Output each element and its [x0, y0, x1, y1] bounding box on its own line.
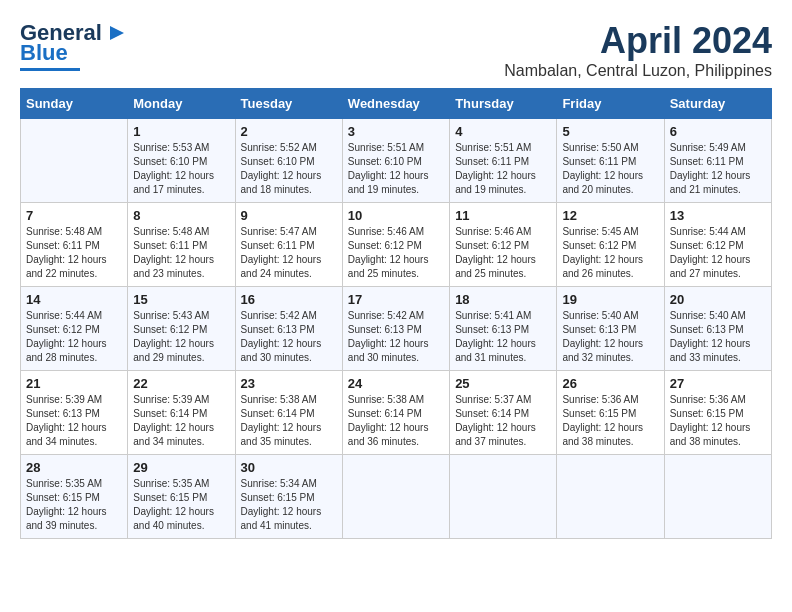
calendar-day-cell: 19Sunrise: 5:40 AM Sunset: 6:13 PM Dayli… — [557, 287, 664, 371]
day-number: 15 — [133, 292, 229, 307]
logo: General Blue — [20, 20, 128, 71]
calendar-day-cell: 3Sunrise: 5:51 AM Sunset: 6:10 PM Daylig… — [342, 119, 449, 203]
calendar-day-cell: 22Sunrise: 5:39 AM Sunset: 6:14 PM Dayli… — [128, 371, 235, 455]
day-info: Sunrise: 5:41 AM Sunset: 6:13 PM Dayligh… — [455, 309, 551, 365]
day-number: 19 — [562, 292, 658, 307]
calendar-day-cell — [342, 455, 449, 539]
day-info: Sunrise: 5:46 AM Sunset: 6:12 PM Dayligh… — [348, 225, 444, 281]
calendar-day-cell: 15Sunrise: 5:43 AM Sunset: 6:12 PM Dayli… — [128, 287, 235, 371]
logo-underline — [20, 68, 80, 71]
calendar-day-cell: 21Sunrise: 5:39 AM Sunset: 6:13 PM Dayli… — [21, 371, 128, 455]
day-info: Sunrise: 5:36 AM Sunset: 6:15 PM Dayligh… — [562, 393, 658, 449]
day-info: Sunrise: 5:43 AM Sunset: 6:12 PM Dayligh… — [133, 309, 229, 365]
day-info: Sunrise: 5:48 AM Sunset: 6:11 PM Dayligh… — [133, 225, 229, 281]
title-area: April 2024 Nambalan, Central Luzon, Phil… — [504, 20, 772, 80]
calendar-week-row: 7Sunrise: 5:48 AM Sunset: 6:11 PM Daylig… — [21, 203, 772, 287]
day-number: 20 — [670, 292, 766, 307]
calendar-day-cell — [557, 455, 664, 539]
day-info: Sunrise: 5:36 AM Sunset: 6:15 PM Dayligh… — [670, 393, 766, 449]
calendar-day-cell: 8Sunrise: 5:48 AM Sunset: 6:11 PM Daylig… — [128, 203, 235, 287]
day-number: 9 — [241, 208, 337, 223]
calendar-day-cell: 5Sunrise: 5:50 AM Sunset: 6:11 PM Daylig… — [557, 119, 664, 203]
calendar-day-cell: 17Sunrise: 5:42 AM Sunset: 6:13 PM Dayli… — [342, 287, 449, 371]
day-number: 8 — [133, 208, 229, 223]
day-number: 4 — [455, 124, 551, 139]
weekday-header-cell: Friday — [557, 89, 664, 119]
weekday-header-cell: Wednesday — [342, 89, 449, 119]
calendar-week-row: 1Sunrise: 5:53 AM Sunset: 6:10 PM Daylig… — [21, 119, 772, 203]
calendar-day-cell: 12Sunrise: 5:45 AM Sunset: 6:12 PM Dayli… — [557, 203, 664, 287]
calendar-day-cell: 23Sunrise: 5:38 AM Sunset: 6:14 PM Dayli… — [235, 371, 342, 455]
day-info: Sunrise: 5:38 AM Sunset: 6:14 PM Dayligh… — [348, 393, 444, 449]
calendar-week-row: 21Sunrise: 5:39 AM Sunset: 6:13 PM Dayli… — [21, 371, 772, 455]
calendar-body: 1Sunrise: 5:53 AM Sunset: 6:10 PM Daylig… — [21, 119, 772, 539]
calendar-day-cell: 10Sunrise: 5:46 AM Sunset: 6:12 PM Dayli… — [342, 203, 449, 287]
calendar-day-cell: 30Sunrise: 5:34 AM Sunset: 6:15 PM Dayli… — [235, 455, 342, 539]
calendar-day-cell: 13Sunrise: 5:44 AM Sunset: 6:12 PM Dayli… — [664, 203, 771, 287]
day-info: Sunrise: 5:39 AM Sunset: 6:13 PM Dayligh… — [26, 393, 122, 449]
day-info: Sunrise: 5:40 AM Sunset: 6:13 PM Dayligh… — [670, 309, 766, 365]
day-info: Sunrise: 5:37 AM Sunset: 6:14 PM Dayligh… — [455, 393, 551, 449]
day-number: 7 — [26, 208, 122, 223]
day-number: 25 — [455, 376, 551, 391]
day-info: Sunrise: 5:48 AM Sunset: 6:11 PM Dayligh… — [26, 225, 122, 281]
day-number: 18 — [455, 292, 551, 307]
location-title: Nambalan, Central Luzon, Philippines — [504, 62, 772, 80]
day-number: 12 — [562, 208, 658, 223]
day-number: 13 — [670, 208, 766, 223]
day-number: 11 — [455, 208, 551, 223]
weekday-header-cell: Sunday — [21, 89, 128, 119]
day-info: Sunrise: 5:47 AM Sunset: 6:11 PM Dayligh… — [241, 225, 337, 281]
calendar-day-cell: 1Sunrise: 5:53 AM Sunset: 6:10 PM Daylig… — [128, 119, 235, 203]
day-number: 21 — [26, 376, 122, 391]
day-number: 22 — [133, 376, 229, 391]
calendar-day-cell: 16Sunrise: 5:42 AM Sunset: 6:13 PM Dayli… — [235, 287, 342, 371]
day-info: Sunrise: 5:52 AM Sunset: 6:10 PM Dayligh… — [241, 141, 337, 197]
calendar-day-cell: 29Sunrise: 5:35 AM Sunset: 6:15 PM Dayli… — [128, 455, 235, 539]
svg-marker-0 — [110, 26, 124, 40]
day-number: 17 — [348, 292, 444, 307]
calendar-day-cell: 25Sunrise: 5:37 AM Sunset: 6:14 PM Dayli… — [450, 371, 557, 455]
logo-blue: Blue — [20, 40, 68, 66]
day-info: Sunrise: 5:44 AM Sunset: 6:12 PM Dayligh… — [670, 225, 766, 281]
month-title: April 2024 — [504, 20, 772, 62]
calendar-day-cell: 7Sunrise: 5:48 AM Sunset: 6:11 PM Daylig… — [21, 203, 128, 287]
calendar-table: SundayMondayTuesdayWednesdayThursdayFrid… — [20, 88, 772, 539]
day-info: Sunrise: 5:38 AM Sunset: 6:14 PM Dayligh… — [241, 393, 337, 449]
calendar-week-row: 28Sunrise: 5:35 AM Sunset: 6:15 PM Dayli… — [21, 455, 772, 539]
day-info: Sunrise: 5:51 AM Sunset: 6:10 PM Dayligh… — [348, 141, 444, 197]
day-info: Sunrise: 5:42 AM Sunset: 6:13 PM Dayligh… — [348, 309, 444, 365]
calendar-day-cell: 2Sunrise: 5:52 AM Sunset: 6:10 PM Daylig… — [235, 119, 342, 203]
calendar-day-cell: 18Sunrise: 5:41 AM Sunset: 6:13 PM Dayli… — [450, 287, 557, 371]
day-info: Sunrise: 5:35 AM Sunset: 6:15 PM Dayligh… — [26, 477, 122, 533]
weekday-header-cell: Monday — [128, 89, 235, 119]
day-info: Sunrise: 5:50 AM Sunset: 6:11 PM Dayligh… — [562, 141, 658, 197]
calendar-day-cell: 14Sunrise: 5:44 AM Sunset: 6:12 PM Dayli… — [21, 287, 128, 371]
weekday-header-row: SundayMondayTuesdayWednesdayThursdayFrid… — [21, 89, 772, 119]
day-number: 14 — [26, 292, 122, 307]
day-number: 30 — [241, 460, 337, 475]
calendar-day-cell — [450, 455, 557, 539]
calendar-day-cell: 24Sunrise: 5:38 AM Sunset: 6:14 PM Dayli… — [342, 371, 449, 455]
day-number: 16 — [241, 292, 337, 307]
day-info: Sunrise: 5:46 AM Sunset: 6:12 PM Dayligh… — [455, 225, 551, 281]
day-number: 5 — [562, 124, 658, 139]
calendar-day-cell: 9Sunrise: 5:47 AM Sunset: 6:11 PM Daylig… — [235, 203, 342, 287]
day-number: 24 — [348, 376, 444, 391]
day-number: 6 — [670, 124, 766, 139]
day-info: Sunrise: 5:40 AM Sunset: 6:13 PM Dayligh… — [562, 309, 658, 365]
day-number: 28 — [26, 460, 122, 475]
calendar-day-cell: 6Sunrise: 5:49 AM Sunset: 6:11 PM Daylig… — [664, 119, 771, 203]
calendar-day-cell: 20Sunrise: 5:40 AM Sunset: 6:13 PM Dayli… — [664, 287, 771, 371]
calendar-day-cell: 11Sunrise: 5:46 AM Sunset: 6:12 PM Dayli… — [450, 203, 557, 287]
day-info: Sunrise: 5:49 AM Sunset: 6:11 PM Dayligh… — [670, 141, 766, 197]
calendar-day-cell: 26Sunrise: 5:36 AM Sunset: 6:15 PM Dayli… — [557, 371, 664, 455]
day-number: 10 — [348, 208, 444, 223]
calendar-day-cell — [21, 119, 128, 203]
day-info: Sunrise: 5:45 AM Sunset: 6:12 PM Dayligh… — [562, 225, 658, 281]
day-number: 29 — [133, 460, 229, 475]
day-info: Sunrise: 5:53 AM Sunset: 6:10 PM Dayligh… — [133, 141, 229, 197]
weekday-header-cell: Saturday — [664, 89, 771, 119]
page-header: General Blue April 2024 Nambalan, Centra… — [20, 20, 772, 80]
calendar-day-cell: 27Sunrise: 5:36 AM Sunset: 6:15 PM Dayli… — [664, 371, 771, 455]
